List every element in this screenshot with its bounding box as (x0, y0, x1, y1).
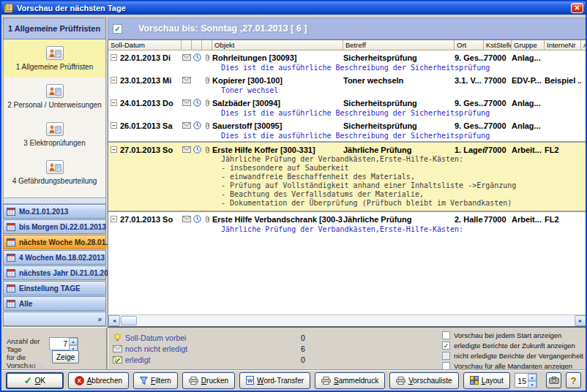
table-row[interactable]: −26.01.2013 Sa Sauerstoff [30095] Sicher… (108, 118, 586, 141)
filter-button[interactable]: Filtern (133, 372, 178, 389)
title-bar[interactable]: Vorschau der nächsten Tage ✕ (1, 1, 586, 15)
dialog-window: Vorschau der nächsten Tage ✕ 1 Allgemein… (0, 0, 587, 392)
checkbox-icon[interactable] (442, 352, 450, 360)
table-row-selected[interactable]: −27.01.2013 So Erste Hilfe Koffer [300-3… (108, 141, 586, 212)
clock-icon (192, 215, 202, 223)
nav-button-today[interactable]: Mo.21.01.2013 (3, 204, 106, 219)
scroll-right-icon[interactable]: ▸ (575, 315, 586, 326)
column-mail[interactable] (182, 40, 192, 50)
mail-icon (182, 77, 192, 83)
person-card-icon (46, 46, 64, 60)
mail-icon (182, 54, 192, 61)
column-clock[interactable] (192, 40, 202, 50)
table-row[interactable]: −23.01.2013 Mi Kopierer [300-100] Toner … (108, 73, 586, 96)
column-gruppe[interactable]: Gruppe (512, 40, 545, 50)
cell-date: 26.01.2013 Sa (120, 121, 173, 130)
spin-up-icon[interactable]: ▲ (528, 374, 536, 381)
table-row[interactable]: −22.01.2013 Di Rohrleitungen [30093] Sic… (108, 50, 586, 73)
cancel-icon: x (75, 376, 84, 385)
table-row[interactable]: −24.01.2013 Do Salzbäder [30094] Sicherh… (108, 96, 586, 118)
word-icon: W (246, 376, 254, 385)
paperclip-icon (202, 53, 212, 61)
category-item-personal-unterweisungen[interactable]: 2 Personal / Unterweisungen (4, 78, 105, 116)
collapse-toggle-icon[interactable]: − (111, 122, 117, 129)
ok-button[interactable]: ✓OK (6, 372, 64, 389)
close-button[interactable]: ✕ (571, 3, 583, 13)
checkbox-checked-icon[interactable]: ✓ (442, 342, 450, 350)
cell-objekt: Kopierer [300-100] (212, 76, 343, 85)
checkbox-icon[interactable] (442, 331, 450, 339)
scrollbar-track[interactable] (120, 315, 575, 326)
row-description: Toner wechsel (108, 86, 586, 95)
column-attachment[interactable] (202, 40, 212, 50)
cancel-button[interactable]: xAbbrechen (68, 372, 129, 389)
nav-button-settings-days[interactable]: Einstellung TAGE (3, 281, 106, 295)
calendar-icon (7, 254, 15, 262)
nav-more-button[interactable]: » (3, 312, 106, 326)
status-item-overdue: Soll-Datum vorbei 0 (111, 332, 305, 343)
batch-print-button[interactable]: Sammeldruck (315, 372, 385, 389)
horizontal-scrollbar[interactable]: ◂ ▸ (108, 314, 586, 326)
spin-up-icon[interactable]: ▲ (69, 338, 78, 345)
cell-ort: 9. Ges... (455, 53, 484, 62)
column-betreff[interactable]: Betreff (343, 40, 455, 50)
column-ort[interactable]: Ort (455, 40, 484, 50)
help-button[interactable]: ? (566, 372, 581, 388)
row-description: Jährliche Prüfung der Verbandkästen,Erst… (108, 225, 586, 234)
preview-checkbox[interactable]: ✓ (113, 24, 122, 34)
option-show-future-done[interactable]: ✓ erledigte Berichte der Zukunft anzeige… (442, 340, 587, 350)
rows-spinner[interactable]: 15 ▲ ▼ (515, 373, 537, 388)
nav-button-next-week[interactable]: nächste Woche Mo.28.01.2013 (3, 235, 106, 249)
cell-ort: 9. Ges... (455, 121, 484, 130)
nav-button-4-weeks[interactable]: 4 Wochen Mo.18.02.2013 (3, 250, 106, 265)
scrollbar-thumb[interactable] (121, 316, 137, 325)
layout-button[interactable]: Layout (463, 372, 510, 389)
category-item-elektropruefungen[interactable]: 3 Elektroprüfungen (4, 116, 105, 154)
days-value[interactable]: 7 (50, 338, 69, 350)
option-show-at-start[interactable]: Vorschau bei jedem Start anzeigen (442, 330, 587, 340)
scroll-left-icon[interactable]: ◂ (108, 315, 120, 326)
clock-icon (192, 99, 202, 107)
collapse-toggle-icon[interactable]: − (111, 77, 117, 83)
category-item-gefaehrdungsbeurteilung[interactable]: 4 Gefährdungsbeurteilung (4, 154, 105, 192)
nav-button-tomorrow[interactable]: bis Morgen Di.22.01.2013 (3, 219, 106, 234)
cell-betreff: Sicherheitsprüfung (343, 99, 455, 108)
nav-button-all[interactable]: Alle (3, 296, 106, 311)
camera-icon (549, 377, 559, 384)
cell-kststelle: 77000 (484, 76, 512, 85)
clock-icon (192, 53, 202, 61)
funnel-icon (140, 377, 148, 385)
panel-splitter[interactable]: ········· (3, 197, 106, 204)
spin-down-icon[interactable]: ▼ (528, 381, 536, 388)
collapse-toggle-icon[interactable]: − (111, 216, 117, 222)
column-kststelle[interactable]: KstStelle (484, 40, 512, 50)
cell-kststelle: 77000 (484, 215, 512, 224)
rows-value[interactable]: 15 (515, 374, 528, 387)
option-show-past-open[interactable]: nicht erledigte Berichte der Vergangenhe… (442, 350, 587, 361)
column-internenr[interactable]: InterneNr (545, 40, 581, 50)
paperclip-icon (202, 146, 212, 154)
nav-button-next-year[interactable]: nächstes Jahr Di.21.01.2014 (3, 265, 106, 280)
nav-button-label: Einstellung TAGE (19, 284, 81, 293)
cell-gruppe: EDV-P... (512, 76, 545, 85)
cell-objekt: Erste Hilfe Verbandschrank [300-3... (212, 215, 343, 224)
print-button[interactable]: Drucken (182, 372, 235, 389)
category-item-allgemeine-prueffristen[interactable]: 1 Allgemeine Prüffristen (4, 39, 105, 78)
column-objekt[interactable]: Objekt (212, 40, 343, 50)
collapse-toggle-icon[interactable]: − (111, 54, 117, 61)
column-a[interactable]: A (581, 40, 586, 50)
screenshot-button[interactable] (546, 372, 561, 388)
word-transfer-button[interactable]: WWord-Transfer (239, 372, 310, 389)
column-soll-datum[interactable]: Soll-Datum (108, 40, 182, 50)
cell-betreff: Sicherheitsprüfung (343, 121, 455, 130)
show-button[interactable]: Zeige (52, 350, 79, 363)
cell-date: 24.01.2013 Do (120, 99, 173, 108)
cell-betreff: Toner wechseln (343, 76, 455, 85)
preview-list-button[interactable]: Vorschauliste (389, 372, 458, 389)
days-spinner[interactable]: 7 ▲ ▼ (49, 337, 78, 350)
collapse-toggle-icon[interactable]: − (111, 99, 117, 106)
table-row[interactable]: −27.01.2013 So Erste Hilfe Verbandschran… (108, 212, 586, 235)
checkbox-icon[interactable] (442, 362, 450, 370)
collapse-toggle-icon[interactable]: − (111, 146, 117, 153)
nav-button-label: Mo.21.01.2013 (19, 208, 68, 216)
